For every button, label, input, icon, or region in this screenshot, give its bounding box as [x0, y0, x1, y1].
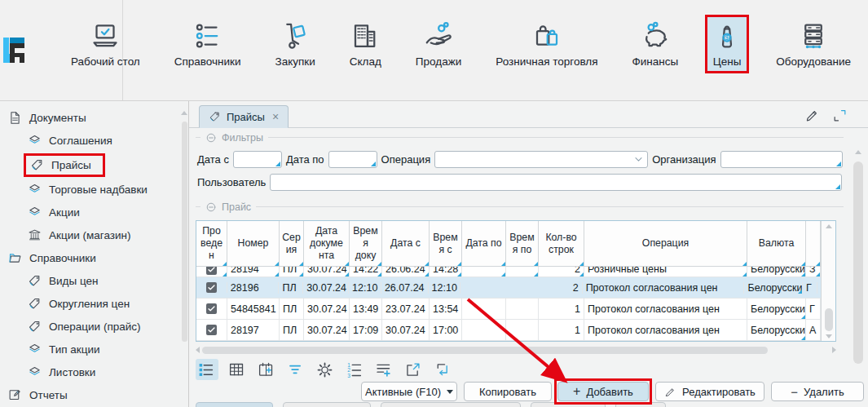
- column-header-operation[interactable]: Операция: [584, 221, 747, 266]
- sidebar-item-label: Операции (прайс): [49, 321, 141, 333]
- table-vertical-scrollbar[interactable]: [821, 221, 835, 341]
- topbar-item-Справочники[interactable]: Справочники: [167, 15, 249, 73]
- clipped-bottom-button: [283, 402, 371, 407]
- view-list-icon[interactable]: [196, 359, 218, 380]
- filter-icon[interactable]: [284, 359, 306, 380]
- copy-button[interactable]: Копировать: [464, 382, 552, 401]
- topbar-item-Продажи[interactable]: Продажи: [408, 15, 469, 73]
- operation-select[interactable]: [434, 151, 648, 168]
- collapse-icon[interactable]: [205, 132, 217, 144]
- column-header-series[interactable]: Сер ия: [280, 221, 304, 266]
- sidebar-item-label: Округления цен: [49, 298, 130, 310]
- cell-posted: [196, 282, 227, 293]
- scroll-up-arrow-icon[interactable]: [181, 111, 187, 115]
- cell-doc_date: 30.07.24: [303, 282, 349, 294]
- sidebar-item-Документы[interactable]: Документы: [0, 106, 188, 129]
- column-header-currency[interactable]: Валюта: [747, 221, 806, 266]
- reload-icon[interactable]: [430, 359, 453, 380]
- sidebar-item-Акции (магазин)[interactable]: Акции (магазин): [0, 223, 188, 246]
- topbar-item-Цены[interactable]: $Цены: [705, 15, 749, 73]
- tab-pricelists[interactable]: Прайсы ×: [199, 105, 289, 128]
- sidebar-item-Тип акции[interactable]: Тип акции: [0, 338, 188, 361]
- column-header-line_count[interactable]: Кол-во строк: [539, 221, 584, 266]
- sidebar-item-Округления цен[interactable]: Округления цен: [0, 292, 188, 315]
- topbar-item-Рабочий стол[interactable]: Рабочий стол: [64, 15, 148, 73]
- column-header-posted[interactable]: Про веде н: [196, 221, 227, 266]
- scroll-down-arrow-icon[interactable]: [826, 334, 832, 338]
- tab-close-icon[interactable]: ×: [272, 110, 279, 123]
- collapse-icon[interactable]: [205, 201, 217, 213]
- gear-icon[interactable]: [313, 359, 336, 380]
- cell-doc_time: 13:49: [350, 299, 382, 319]
- organization-input[interactable]: [720, 151, 843, 168]
- column-header-date_from[interactable]: Дата с: [382, 221, 430, 266]
- cell-posted: [196, 267, 227, 276]
- posted-checkbox[interactable]: [206, 267, 217, 275]
- sidebar-scrollbar[interactable]: [181, 111, 187, 407]
- external-link-icon[interactable]: [401, 359, 424, 380]
- user-label: Пользователь: [197, 176, 266, 188]
- table-row[interactable]: 28197ПЛ30.07.2417:0930.07.2417:001Проток…: [196, 320, 821, 341]
- column-header-extra[interactable]: [806, 221, 821, 266]
- scroll-up-arrow-icon[interactable]: [855, 150, 861, 154]
- pencil-icon[interactable]: [804, 108, 821, 124]
- user-input[interactable]: [270, 174, 842, 191]
- column-header-number[interactable]: Номер: [227, 221, 280, 266]
- scrollbar-thumb[interactable]: [182, 122, 187, 342]
- scroll-left-arrow-icon[interactable]: [196, 347, 200, 353]
- topbar-item-label: Продажи: [416, 55, 461, 68]
- grid-icon[interactable]: [225, 359, 248, 380]
- topbar-item-Склад[interactable]: Склад: [342, 15, 389, 73]
- scroll-right-arrow-icon[interactable]: [832, 347, 836, 353]
- table-horizontal-scrollbar[interactable]: [196, 345, 836, 355]
- layers-icon: [28, 206, 42, 219]
- add-button[interactable]: + Добавить: [557, 382, 649, 401]
- topbar-item-Оборудование[interactable]: Оборудование: [769, 15, 858, 73]
- topbar-item-Розничная торговля[interactable]: Розничная торговля: [488, 15, 605, 73]
- scroll-up-arrow-icon[interactable]: [826, 224, 832, 228]
- posted-checkbox[interactable]: [206, 325, 217, 335]
- sidebar-item-Листовки[interactable]: Листовки: [0, 361, 188, 383]
- topbar-item-Закупки[interactable]: Закупки: [268, 15, 323, 73]
- column-header-date_to[interactable]: Дата по: [462, 221, 506, 266]
- sidebar-item-label: Тип акции: [49, 343, 99, 356]
- posted-checkbox[interactable]: [206, 282, 217, 293]
- topbar-item-Финансы[interactable]: Финансы: [624, 15, 685, 73]
- expand-icon[interactable]: [832, 108, 848, 124]
- scrollbar-thumb[interactable]: [853, 161, 863, 364]
- column-header-time_from[interactable]: Врем я с: [430, 221, 462, 266]
- column-header-time_to[interactable]: Врем я по: [506, 221, 539, 266]
- date-from-input[interactable]: [233, 151, 282, 168]
- column-header-doc_time[interactable]: Врем я доку: [350, 221, 382, 266]
- cell-number: 28196: [227, 282, 280, 294]
- calendar-plus-icon[interactable]: [254, 359, 277, 380]
- sidebar-item-Виды цен[interactable]: Виды цен: [0, 269, 188, 292]
- sidebar-item-Прайсы[interactable]: Прайсы: [0, 152, 188, 178]
- sidebar-item-Соглашения[interactable]: Соглашения: [0, 129, 188, 152]
- table-row[interactable]: 28196ПЛ30.07.2412:1026.07.2412:102Проток…: [196, 277, 821, 299]
- topbar-item-label: Закупки: [275, 55, 315, 68]
- column-header-doc_date[interactable]: Дата докуме нта: [304, 221, 350, 266]
- sidebar-item-Отчеты[interactable]: Отчеты: [0, 383, 188, 406]
- posted-checkbox[interactable]: [206, 303, 217, 314]
- sidebar-item-Торговые надбавки[interactable]: Торговые надбавки: [0, 178, 188, 201]
- table-row[interactable]: 54845841ПЛ30.07.2413:4923.07.2413:541Про…: [196, 299, 821, 320]
- table-row[interactable]: 28194ПЛ30.07.2414:2226.06.2414:282Рознич…: [196, 267, 821, 277]
- edit-button[interactable]: Редактировать: [655, 382, 764, 401]
- date-to-input[interactable]: [328, 151, 377, 168]
- piggy-icon: [641, 20, 670, 51]
- sidebar-item-Справочники[interactable]: Справочники: [0, 246, 188, 269]
- cell-date_to: [462, 299, 506, 319]
- sidebar-item-Операции (прайс)[interactable]: Операции (прайс): [0, 315, 188, 338]
- delete-button[interactable]: − Удалить: [771, 382, 864, 401]
- active-filter-dropdown[interactable]: Активные (F10): [361, 382, 457, 401]
- numbered-list-icon[interactable]: 123: [342, 359, 365, 380]
- scrollbar-thumb[interactable]: [825, 308, 833, 331]
- add-row-icon[interactable]: [372, 359, 394, 380]
- clipped-bottom-button: [196, 402, 273, 407]
- cell-doc_time: 17:09: [350, 320, 382, 340]
- panel-scrollbar[interactable]: [853, 150, 864, 401]
- sidebar-item-Акции[interactable]: Акции: [0, 201, 188, 223]
- scrollbar-thumb[interactable]: [202, 347, 768, 354]
- cell-line_count: 2: [539, 267, 584, 276]
